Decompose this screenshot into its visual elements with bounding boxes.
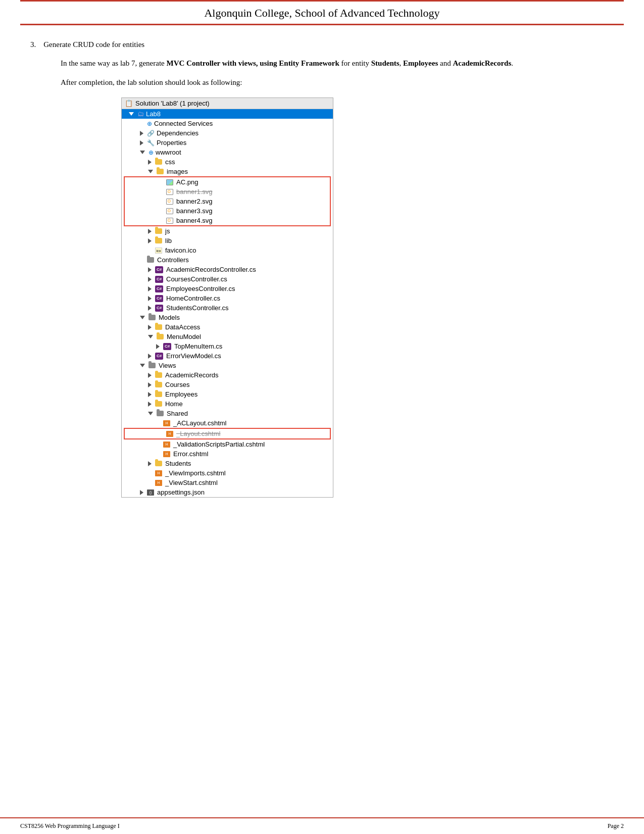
se-dataaccess[interactable]: DataAccess bbox=[122, 322, 333, 332]
svg-icon-banner1 bbox=[166, 189, 173, 195]
images-label: images bbox=[167, 168, 188, 175]
se-aclayout[interactable]: H _ACLayout.cshtml bbox=[122, 418, 333, 428]
expand-students-ctrl-icon bbox=[148, 306, 152, 311]
expand-employees-view-icon bbox=[148, 392, 152, 397]
se-controllers-folder[interactable]: Controllers bbox=[122, 255, 333, 265]
json-icon-appsettings: {} bbox=[147, 489, 154, 496]
page-header: Algonquin College, School of Advanced Te… bbox=[20, 0, 624, 25]
se-error-cshtml[interactable]: H Error.cshtml bbox=[122, 449, 333, 459]
appsettings-label: appsettings.json bbox=[157, 488, 205, 496]
se-banner1-svg[interactable]: banner1.svg bbox=[125, 187, 330, 197]
connected-label: Connected Services bbox=[154, 120, 213, 127]
dependencies-icon: 🔗 bbox=[147, 130, 155, 137]
controllers-label: Controllers bbox=[157, 256, 189, 264]
errorviewmodel-label: ErrorViewModel.cs bbox=[166, 352, 221, 360]
se-academic-controller[interactable]: C# AcademicRecordsController.cs bbox=[122, 265, 333, 274]
html-icon-aclayout: H bbox=[163, 420, 170, 426]
se-home-controller[interactable]: C# HomeController.cs bbox=[122, 293, 333, 303]
se-employees-view[interactable]: Employees bbox=[122, 389, 333, 399]
se-lib[interactable]: lib bbox=[122, 236, 333, 246]
home-ctrl-label: HomeController.cs bbox=[166, 295, 220, 302]
se-css[interactable]: css bbox=[122, 157, 333, 167]
expand-academic-ctrl-icon bbox=[148, 267, 152, 272]
folder-employees-view-icon bbox=[155, 391, 162, 397]
se-students-controller[interactable]: C# StudentsController.cs bbox=[122, 303, 333, 313]
se-banner2-svg[interactable]: banner2.svg bbox=[125, 197, 330, 206]
se-models-folder[interactable]: Models bbox=[122, 313, 333, 322]
collapse-shared-icon bbox=[148, 412, 153, 415]
se-favicon[interactable]: ico favicon.ico bbox=[122, 246, 333, 255]
expand-dataaccess-icon bbox=[148, 325, 152, 330]
banner2-label: banner2.svg bbox=[176, 198, 213, 205]
expand-js-icon bbox=[148, 229, 152, 234]
se-dependencies[interactable]: 🔗 Dependencies bbox=[122, 128, 333, 138]
header-title: Algonquin College, School of Advanced Te… bbox=[204, 7, 439, 19]
se-viewstart[interactable]: H _ViewStart.cshtml bbox=[122, 478, 333, 487]
validationscripts-label: _ValidationScriptsPartial.cshtml bbox=[173, 440, 265, 448]
academic-ctrl-label: AcademicRecordsController.cs bbox=[166, 266, 256, 273]
folder-controllers-icon bbox=[147, 257, 154, 263]
students-ctrl-label: StudentsController.cs bbox=[166, 304, 229, 312]
collapse-views-icon bbox=[140, 364, 145, 367]
ico-icon: ico bbox=[155, 248, 162, 254]
se-views-folder[interactable]: Views bbox=[122, 361, 333, 370]
se-courses-controller[interactable]: C# CoursesController.cs bbox=[122, 274, 333, 284]
project-label: Lab8 bbox=[146, 110, 161, 118]
se-js[interactable]: js bbox=[122, 226, 333, 236]
se-menumodel[interactable]: MenuModel bbox=[122, 332, 333, 341]
cs-icon-courses-ctrl: C# bbox=[155, 276, 163, 283]
svg-icon-banner4 bbox=[166, 218, 173, 224]
connected-icon: ⊕ bbox=[147, 120, 152, 127]
courses-view-label: Courses bbox=[165, 381, 189, 388]
folder-models-icon bbox=[148, 315, 156, 320]
se-students-view[interactable]: Students bbox=[122, 459, 333, 468]
footer-left-text: CST8256 Web Programming Language I bbox=[20, 822, 120, 830]
se-wwwroot[interactable]: ⊕ wwwroot bbox=[122, 148, 333, 157]
se-courses-view[interactable]: Courses bbox=[122, 380, 333, 389]
folder-students-view-icon bbox=[155, 461, 162, 466]
se-banner4-svg[interactable]: banner4.svg bbox=[125, 216, 330, 225]
se-academicrecords-view[interactable]: AcademicRecords bbox=[122, 370, 333, 380]
cs-icon-employees-ctrl: C# bbox=[155, 285, 163, 292]
se-viewimports[interactable]: H _ViewImports.cshtml bbox=[122, 468, 333, 478]
se-images[interactable]: images bbox=[122, 167, 333, 176]
collapse-wwwroot-icon bbox=[140, 151, 145, 154]
viewimports-label: _ViewImports.cshtml bbox=[165, 469, 226, 477]
viewstart-label: _ViewStart.cshtml bbox=[165, 479, 218, 486]
se-errorviewmodel[interactable]: C# ErrorViewModel.cs bbox=[122, 351, 333, 361]
layout-label: _Layout.cshtml bbox=[176, 430, 220, 437]
se-properties[interactable]: 🔧 Properties bbox=[122, 138, 333, 148]
se-ac-png[interactable]: AC.png bbox=[125, 177, 330, 187]
se-banner3-svg[interactable]: banner3.svg bbox=[125, 206, 330, 216]
models-label: Models bbox=[159, 314, 180, 321]
se-appsettings[interactable]: {} appsettings.json bbox=[122, 487, 333, 497]
se-project-row[interactable]: 🗂 Lab8 bbox=[122, 109, 333, 119]
folder-images-icon bbox=[157, 169, 164, 174]
expand-topmenuitem-icon bbox=[156, 344, 160, 349]
se-shared-folder[interactable]: Shared bbox=[122, 409, 333, 418]
se-connected-services[interactable]: ⊕ Connected Services bbox=[122, 119, 333, 128]
se-home-view[interactable]: Home bbox=[122, 399, 333, 409]
folder-courses-view-icon bbox=[155, 382, 162, 387]
se-employees-controller[interactable]: C# EmployeesController.cs bbox=[122, 284, 333, 293]
courses-ctrl-label: CoursesController.cs bbox=[166, 275, 227, 283]
views-label: Views bbox=[159, 362, 176, 369]
favicon-label: favicon.ico bbox=[165, 247, 196, 254]
red-box-layout: H _Layout.cshtml bbox=[124, 428, 331, 439]
main-content: 3. Generate CRUD code for entities In th… bbox=[30, 40, 614, 498]
css-label: css bbox=[165, 158, 175, 166]
error-cshtml-label: Error.cshtml bbox=[173, 450, 208, 458]
cs-icon-students-ctrl: C# bbox=[155, 305, 163, 312]
topmenuitem-label: TopMenuItem.cs bbox=[174, 342, 222, 350]
se-validationscripts[interactable]: H _ValidationScriptsPartial.cshtml bbox=[122, 439, 333, 449]
red-box-images: AC.png banner1.svg banner2.svg bbox=[124, 176, 331, 226]
banner3-label: banner3.svg bbox=[176, 207, 213, 215]
folder-menumodel-icon bbox=[157, 334, 164, 339]
expand-courses-view-icon bbox=[148, 382, 152, 387]
img-icon-ac bbox=[166, 179, 173, 185]
home-view-label: Home bbox=[165, 400, 183, 408]
se-layout[interactable]: H _Layout.cshtml bbox=[125, 429, 330, 438]
menumodel-label: MenuModel bbox=[167, 333, 201, 340]
cs-icon-errorviewmodel: C# bbox=[155, 353, 163, 360]
se-topmenuitem[interactable]: C# TopMenuItem.cs bbox=[122, 341, 333, 351]
